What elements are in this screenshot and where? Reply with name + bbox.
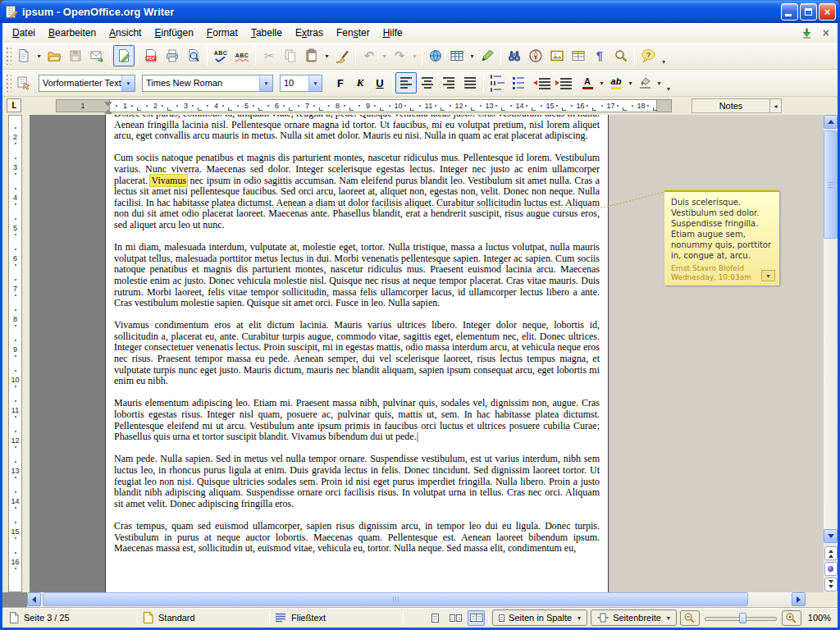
update-available-icon[interactable] xyxy=(801,27,813,39)
increase-indent-button[interactable] xyxy=(550,72,572,94)
first-line-indent-marker[interactable] xyxy=(104,102,112,107)
minimize-button[interactable] xyxy=(781,3,798,21)
toolbar-drag-handle[interactable] xyxy=(6,47,11,65)
export-pdf-button[interactable]: PDF xyxy=(140,45,162,66)
save-button[interactable] xyxy=(65,45,86,66)
paragraph[interactable]: Cras tempus, quam sed euismod ullamcorpe… xyxy=(114,521,600,555)
formatting-marks-button[interactable]: ¶ xyxy=(589,45,610,66)
zoom-mode-dropdown[interactable]: Seitenbreite xyxy=(591,609,677,626)
zoom-slider[interactable] xyxy=(703,610,778,626)
highlighting-button[interactable]: ab xyxy=(606,73,626,93)
insert-table-dropdown[interactable] xyxy=(468,45,477,66)
gallery-button[interactable] xyxy=(546,45,568,66)
undo-dropdown[interactable] xyxy=(380,45,389,66)
font-size-dropdown[interactable] xyxy=(308,75,322,91)
menu-item[interactable]: Format xyxy=(200,25,244,41)
paste-button[interactable] xyxy=(301,45,322,66)
paragraph-style-field[interactable]: Fließtext xyxy=(275,613,398,623)
redo-dropdown[interactable] xyxy=(410,45,419,66)
email-button[interactable] xyxy=(86,45,107,66)
page-columns-dropdown[interactable]: Seiten in Spalte xyxy=(492,609,587,626)
navigator-button[interactable] xyxy=(525,45,546,66)
bullet-list-button[interactable] xyxy=(508,72,529,94)
scroll-up-button[interactable] xyxy=(824,115,838,129)
book-view-button[interactable] xyxy=(468,610,485,626)
cut-button[interactable]: ✂ xyxy=(258,45,280,66)
align-left-button[interactable] xyxy=(395,72,417,94)
find-replace-button[interactable] xyxy=(504,45,525,66)
title-bar[interactable]: ipsum - OpenOffice.org Writer × xyxy=(0,0,840,23)
page-preview-button[interactable] xyxy=(183,45,204,66)
undo-button[interactable]: ↶ xyxy=(358,45,380,66)
edit-mode-button[interactable] xyxy=(113,45,135,66)
font-size-combo[interactable]: 10 xyxy=(280,75,322,92)
zoom-in-button[interactable] xyxy=(782,610,801,626)
menu-item[interactable]: Hilfe xyxy=(377,25,409,41)
page-number-field[interactable]: Seite 3 / 25 xyxy=(9,612,132,623)
hyperlink-button[interactable] xyxy=(425,45,446,66)
font-name-combo[interactable]: Times New Roman xyxy=(142,75,273,92)
toolbar-overflow-button[interactable] xyxy=(662,52,665,67)
zoom-out-button[interactable] xyxy=(680,610,700,626)
paragraph[interactable]: Cum sociis natoque penatibus et magnis d… xyxy=(114,153,600,231)
decrease-indent-button[interactable] xyxy=(529,72,550,94)
menu-item[interactable]: Ansicht xyxy=(103,25,148,41)
horizontal-scroll-thumb[interactable] xyxy=(43,592,748,606)
bold-button[interactable]: F xyxy=(331,73,350,93)
format-paintbrush-button[interactable] xyxy=(331,45,353,66)
vertical-scrollbar[interactable] xyxy=(824,115,838,543)
background-color-dropdown[interactable] xyxy=(655,72,664,94)
paragraph[interactable]: Vivamus condimentum eros at elit dictum … xyxy=(114,320,600,387)
close-document-icon[interactable]: × xyxy=(823,27,829,39)
comment-note[interactable]: Duis scelerisque. Vestibulum sed dolor. … xyxy=(664,190,779,285)
paragraph[interactable]: Donec est purus, commodo id, aliquam vit… xyxy=(114,115,600,142)
navigation-select-button[interactable] xyxy=(824,562,838,576)
document-text[interactable]: Donec est purus, commodo id, aliquam vit… xyxy=(106,115,608,555)
close-button[interactable]: × xyxy=(819,3,836,21)
underline-button[interactable]: U xyxy=(370,73,390,93)
print-button[interactable] xyxy=(162,45,183,66)
new-document-dropdown[interactable] xyxy=(34,45,43,66)
align-center-button[interactable] xyxy=(417,72,438,94)
horizontal-scroll-track[interactable] xyxy=(41,592,792,606)
menu-item[interactable]: Bearbeiten xyxy=(42,25,103,41)
paragraph[interactable]: Mauris elementum adipiscing leo. Etiam m… xyxy=(114,398,600,442)
vertical-ruler[interactable]: 2345678910111213141516 xyxy=(2,115,30,592)
paragraph[interactable]: In mi diam, malesuada interdum, vulputat… xyxy=(114,242,600,309)
previous-page-button[interactable] xyxy=(824,546,838,560)
menu-item[interactable]: Tabelle xyxy=(244,25,289,41)
paragraph-style-dropdown[interactable] xyxy=(121,75,135,91)
zoom-slider-thumb[interactable] xyxy=(739,613,746,623)
menu-item[interactable]: Datei xyxy=(6,25,42,41)
scroll-left-button[interactable] xyxy=(27,592,41,606)
horizontal-ruler[interactable]: 1 123456789101112131415161718 xyxy=(56,99,672,112)
multi-page-view-button[interactable] xyxy=(447,610,464,626)
justify-button[interactable] xyxy=(459,72,481,94)
font-name-dropdown[interactable] xyxy=(259,75,272,91)
highlighting-dropdown[interactable] xyxy=(626,72,635,94)
spellcheck-button[interactable]: ABC xyxy=(210,45,231,66)
font-color-button[interactable]: A xyxy=(578,73,597,93)
note-menu-button[interactable] xyxy=(761,270,775,281)
menu-item[interactable]: Extras xyxy=(289,25,330,41)
font-color-dropdown[interactable] xyxy=(597,72,606,94)
next-page-button[interactable] xyxy=(824,578,838,591)
insert-table-button[interactable] xyxy=(446,45,468,66)
toolbar-overflow-button[interactable] xyxy=(667,80,670,94)
single-page-view-button[interactable] xyxy=(427,610,444,626)
italic-button[interactable]: K xyxy=(350,73,370,93)
notes-collapse-icon[interactable] xyxy=(769,99,781,112)
paragraph[interactable]: Nam pede. Nulla sapien. Sed in metus vel… xyxy=(114,454,600,509)
page-style-field[interactable]: Standard xyxy=(143,612,264,623)
zoom-button[interactable] xyxy=(610,45,632,66)
scroll-right-button[interactable] xyxy=(792,592,806,606)
redo-button[interactable]: ↷ xyxy=(389,45,410,66)
vertical-scroll-thumb[interactable] xyxy=(824,130,838,239)
align-right-button[interactable] xyxy=(438,72,459,94)
maximize-button[interactable] xyxy=(800,3,817,21)
left-indent-marker[interactable] xyxy=(104,109,112,114)
draw-functions-button[interactable] xyxy=(477,45,498,66)
open-button[interactable] xyxy=(43,45,65,66)
paragraph-style-combo[interactable]: Vorformatierter Text xyxy=(39,75,135,92)
scroll-down-button[interactable] xyxy=(824,529,838,543)
